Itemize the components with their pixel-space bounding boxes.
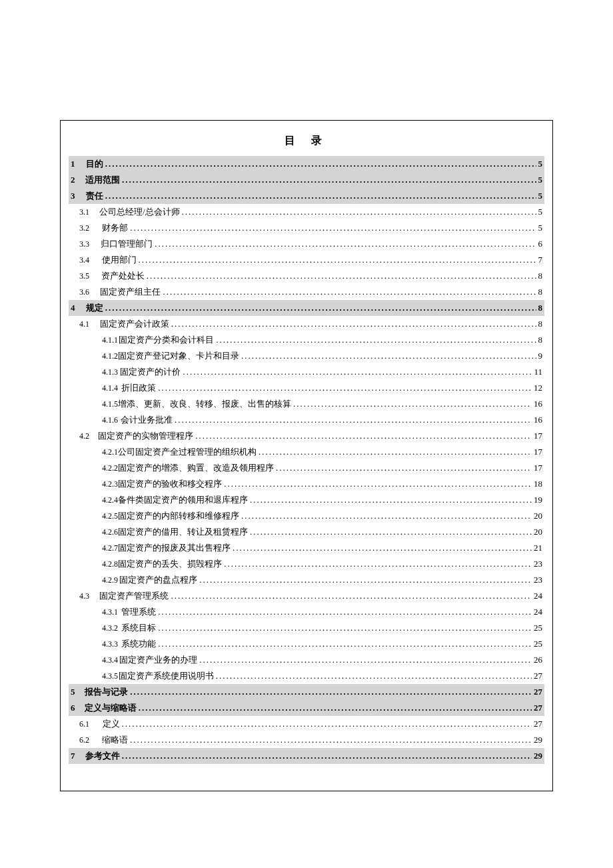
toc-entry-text: 参考文件 [85, 748, 120, 764]
toc-entry: 4.2.3固定资产的验收和移交程序.......................… [69, 476, 544, 492]
toc-entry-text: 固定资产系统使用说明书 [119, 668, 214, 684]
toc-entry: 4.2.6固定资产的借用、转让及租赁程序....................… [69, 524, 544, 540]
toc-entry-number: 4.1.3 [69, 364, 120, 380]
toc-entry-number: 6.1 [69, 716, 103, 732]
toc-entry: 3责任.....................................… [69, 188, 544, 204]
toc-entry-page: 17 [534, 444, 544, 460]
toc-entry-number: 6 [69, 700, 85, 716]
toc-leader-dots: ........................................… [139, 252, 536, 268]
toc-leader-dots: ........................................… [199, 652, 532, 668]
toc-entry-page: 26 [534, 652, 544, 668]
toc-entry-number: 4.3.1 [69, 604, 121, 620]
toc-entry-number: 4.3.3 [69, 636, 121, 652]
toc-leader-dots: ........................................… [105, 300, 536, 316]
toc-entry-number: 3.2 [69, 220, 102, 236]
toc-entry-page: 16 [534, 412, 544, 428]
toc-leader-dots: ........................................… [171, 588, 532, 604]
toc-entry-page: 25 [534, 636, 544, 652]
toc-entry: 2适用范围...................................… [69, 172, 544, 188]
toc-entry-page: 27 [534, 684, 544, 700]
toc-entry-page: 8 [538, 300, 545, 316]
toc-leader-dots: ........................................… [259, 444, 532, 460]
toc-entry-number: 4.2.6 [69, 524, 118, 540]
toc-title: 目 录 [69, 134, 544, 148]
toc-entry-text: 备件类固定资产的领用和退库程序 [118, 492, 248, 508]
toc-leader-dots: ........................................… [241, 508, 532, 524]
toc-entry-text: 折旧政策 [121, 380, 156, 396]
toc-leader-dots: ........................................… [233, 540, 532, 556]
toc-leader-dots: ........................................… [216, 668, 532, 684]
toc-entry-text: 固定资产的盘点程序 [119, 572, 197, 588]
toc-leader-dots: ........................................… [130, 684, 532, 700]
toc-entry-page: 24 [534, 604, 544, 620]
toc-entry-text: 适用范围 [85, 172, 120, 188]
toc-leader-dots: ........................................… [195, 428, 532, 444]
toc-entry-text: 增添、更新、改良、转移、报废、出售的核算 [118, 396, 291, 412]
toc-entry: 6.1定义...................................… [69, 716, 544, 732]
toc-entry-number: 4 [69, 300, 86, 316]
toc-entry: 4.2固定资产的实物管理程序..........................… [69, 428, 544, 444]
toc-entry-page: 8 [538, 268, 545, 284]
toc-leader-dots: ........................................… [241, 348, 536, 364]
toc-entry-page: 23 [534, 556, 544, 572]
toc-entry-text: 归口管理部门 [101, 236, 153, 252]
toc-entry-text: 固定资产的借用、转让及租赁程序 [118, 524, 248, 540]
toc-entry-page: 9 [538, 348, 545, 364]
toc-entry-page: 8 [538, 316, 545, 332]
toc-entry-page: 27 [534, 700, 544, 716]
toc-entry-page: 8 [538, 332, 545, 348]
toc-entry-number: 4.2.2 [69, 460, 118, 476]
toc-entry-number: 4.2 [69, 428, 98, 444]
toc-entry-page: 5 [538, 156, 545, 172]
toc-entry-number: 2 [69, 172, 85, 188]
toc-leader-dots: ........................................… [250, 492, 532, 508]
toc-entry: 1目的.....................................… [69, 156, 544, 172]
toc-entry: 4.3.2系统目标...............................… [69, 620, 544, 636]
toc-entry-number: 6.2 [69, 732, 102, 748]
toc-entry-text: 会计业务批准 [121, 412, 173, 428]
toc-leader-dots: ........................................… [163, 284, 536, 300]
toc-entry-number: 3.3 [69, 236, 101, 252]
toc-entry-text: 固定资产会计政策 [100, 316, 169, 332]
toc-entry: 4.1.4折旧政策...............................… [69, 380, 544, 396]
toc-entry: 4.2.9固定资产的盘点程序..........................… [69, 572, 544, 588]
toc-entry: 3.3归口管理部门...............................… [69, 236, 544, 252]
toc-entry-number: 4.1.5 [69, 396, 118, 412]
toc-leader-dots: ........................................… [155, 236, 536, 252]
toc-entry-text: 固定资产的实物管理程序 [98, 428, 193, 444]
toc-body: 1目的.....................................… [69, 156, 544, 764]
toc-entry: 6定义与缩略语.................................… [69, 700, 544, 716]
toc-entry: 4.2.2固定资产的增添、购置、改造及领用程序.................… [69, 460, 544, 476]
toc-entry-number: 3.6 [69, 284, 100, 300]
toc-entry-text: 固定资产的内部转移和维修程序 [118, 508, 239, 524]
toc-entry-number: 4.2.9 [69, 572, 119, 588]
toc-entry: 6.2缩略语..................................… [69, 732, 544, 748]
toc-entry-number: 4.1.6 [69, 412, 121, 428]
toc-entry-text: 固定资产的验收和移交程序 [118, 476, 222, 492]
toc-entry-page: 8 [538, 284, 545, 300]
toc-entry-number: 3.5 [69, 268, 101, 284]
toc-entry: 4.2.1公司固定资产全过程管理的组织机构...................… [69, 444, 544, 460]
toc-entry-number: 4.3.4 [69, 652, 119, 668]
toc-entry-page: 5 [538, 220, 545, 236]
toc-entry-number: 3.4 [69, 252, 102, 268]
toc-leader-dots: ........................................… [147, 268, 536, 284]
toc-entry-page: 11 [534, 364, 544, 380]
toc-entry-text: 目的 [86, 156, 103, 172]
toc-entry-page: 27 [534, 716, 544, 732]
toc-entry: 4.1.6会计业务批准.............................… [69, 412, 544, 428]
toc-entry: 4.3.5固定资产系统使用说明书........................… [69, 668, 544, 684]
toc-entry-text: 报告与记录 [85, 684, 128, 700]
toc-entry: 4.1.1固定资产分类和会计科目........................… [69, 332, 544, 348]
toc-entry: 4.1.2固定资产登记对象、卡片和目录.....................… [69, 348, 544, 364]
toc-entry-text: 责任 [86, 188, 103, 204]
toc-entry-text: 系统目标 [121, 620, 156, 636]
toc-leader-dots: ........................................… [175, 412, 532, 428]
toc-entry: 4规定.....................................… [69, 300, 544, 316]
toc-leader-dots: ........................................… [183, 364, 532, 380]
toc-entry-page: 16 [534, 396, 544, 412]
toc-entry-text: 规定 [86, 300, 103, 316]
toc-entry-number: 4.1 [69, 316, 100, 332]
toc-leader-dots: ........................................… [130, 732, 532, 748]
toc-leader-dots: ........................................… [158, 604, 532, 620]
